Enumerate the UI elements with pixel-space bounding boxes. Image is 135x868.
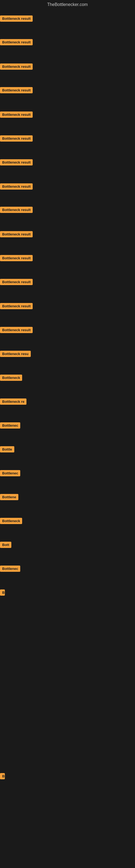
bottleneck-badge: Bott — [0, 542, 11, 548]
bottleneck-result-item: Bottleneck result — [0, 87, 33, 94]
bottleneck-result-item: B — [0, 773, 5, 780]
bottleneck-result-item: B — [0, 589, 5, 597]
bottleneck-result-item: Bottleneck result — [0, 63, 33, 71]
bottleneck-result-item: Bottleneck resu — [0, 351, 31, 358]
bottleneck-result-item: Bottleneck result — [0, 39, 33, 46]
bottleneck-badge: Bottleneck result — [0, 303, 33, 309]
bottleneck-result-item: Bottleneck result — [0, 159, 33, 166]
bottleneck-badge: Bottleneck resu — [0, 351, 31, 357]
bottleneck-badge: Bottleneck result — [0, 112, 33, 118]
bottleneck-badge: Bottleneck result — [0, 159, 33, 165]
bottleneck-result-item: Bottleneck — [0, 375, 22, 382]
bottleneck-result-item: Bottleneck result — [0, 327, 33, 334]
bottleneck-badge: Bottleneck result — [0, 16, 33, 22]
bottleneck-result-item: Bottlenec — [0, 470, 20, 477]
bottleneck-result-item: Bottleneck result — [0, 16, 33, 23]
bottleneck-badge: Bottlenec — [0, 565, 20, 572]
bottleneck-badge: B — [0, 773, 5, 779]
bottleneck-result-item: Bottleneck result — [0, 255, 33, 262]
bottleneck-badge: Bottleneck result — [0, 231, 33, 237]
bottleneck-badge: Bottle — [0, 446, 14, 453]
bottleneck-result-item: Bottleneck — [0, 518, 22, 525]
bottleneck-badge: Bottleneck — [0, 518, 22, 524]
bottleneck-badge: Bottleneck result — [0, 207, 33, 213]
bottleneck-badge: Bottleneck result — [0, 63, 33, 70]
bottleneck-result-item: Bottleneck result — [0, 279, 33, 286]
bottleneck-badge: Bottlenec — [0, 422, 20, 429]
bottleneck-badge: Bottleneck result — [0, 183, 33, 190]
bottleneck-badge: Bottleneck re — [0, 399, 27, 405]
bottleneck-badge: Bottleneck — [0, 375, 22, 381]
bottleneck-badge: Bottleneck result — [0, 39, 33, 45]
bottleneck-result-item: Bottleneck result — [0, 112, 33, 119]
bottleneck-result-item: Bottleneck re — [0, 399, 27, 406]
bottleneck-badge: Bottleneck result — [0, 135, 33, 142]
bottleneck-result-item: Bottleneck result — [0, 183, 33, 191]
bottleneck-result-item: Bottlenec — [0, 565, 20, 573]
bottleneck-result-item: Bott — [0, 542, 11, 549]
bottleneck-result-item: Bottlene — [0, 494, 18, 501]
bottleneck-result-item: Bottlenec — [0, 422, 20, 430]
bottleneck-result-item: Bottleneck result — [0, 207, 33, 214]
bottleneck-result-item: Bottleneck result — [0, 303, 33, 310]
bottleneck-result-item: Bottle — [0, 446, 14, 454]
bottleneck-result-item: Bottleneck result — [0, 231, 33, 239]
bottleneck-badge: Bottlenec — [0, 470, 20, 476]
site-title: TheBottlenecker.com — [0, 0, 135, 9]
bottleneck-badge: Bottleneck result — [0, 327, 33, 333]
bottleneck-badge: Bottleneck result — [0, 87, 33, 93]
bottleneck-badge: Bottleneck result — [0, 279, 33, 285]
bottleneck-badge: Bottleneck result — [0, 255, 33, 261]
bottleneck-result-item: Bottleneck result — [0, 135, 33, 143]
bottleneck-badge: B — [0, 589, 5, 596]
bottleneck-badge: Bottlene — [0, 494, 18, 500]
